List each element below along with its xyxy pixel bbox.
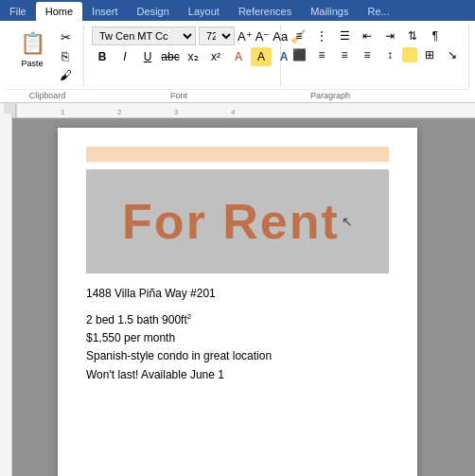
italic-button[interactable]: I <box>114 47 135 66</box>
justify-button[interactable]: ≡ <box>357 45 378 64</box>
line-spacing-button[interactable]: ↕ <box>379 45 400 64</box>
shading-button[interactable] <box>402 47 417 62</box>
info-line-3: Spanish-style condo in great location <box>86 347 389 365</box>
tab-mailings[interactable]: Mailings <box>301 2 358 21</box>
svg-text:4: 4 <box>231 108 236 116</box>
tab-design[interactable]: Design <box>128 2 179 21</box>
sort-button[interactable]: ⇅ <box>402 26 423 45</box>
decrease-indent-button[interactable]: ⇤ <box>357 26 378 45</box>
svg-text:3: 3 <box>174 108 179 116</box>
ruler: 1 2 3 4 <box>0 103 475 118</box>
address-line: 1488 Villa Piña Way #201 <box>86 287 389 300</box>
decrease-font-button[interactable]: A⁻ <box>255 26 271 45</box>
cut-button[interactable]: ✂ <box>55 28 76 45</box>
tab-layout[interactable]: Layout <box>179 2 229 21</box>
paste-icon: 📋 <box>17 28 47 59</box>
paragraph-settings-button[interactable]: ↘ <box>442 45 463 64</box>
svg-text:1: 1 <box>61 108 65 116</box>
ruler-inner: 1 2 3 4 <box>4 103 471 117</box>
strikethrough-button[interactable]: abc <box>160 47 181 66</box>
font-color-button[interactable]: A <box>228 47 249 66</box>
paragraph-group-label: Paragraph <box>269 90 392 100</box>
paste-label: Paste <box>21 59 43 68</box>
info-line-1: 2 bed 1.5 bath 900ft2 <box>86 311 389 329</box>
highlight-bar <box>86 147 389 162</box>
font-size-select[interactable]: 72 <box>199 26 235 45</box>
borders-button[interactable]: ⊞ <box>419 45 440 64</box>
tab-bar: File Home Insert Design Layout Reference… <box>0 0 475 21</box>
for-rent-text: For Rent <box>122 193 340 250</box>
ribbon-groups: 📋 Paste ✂ ⎘ 🖌 Tw Cen MT Cc 72 A⁺ A⁻ Aa <box>6 25 469 87</box>
multilevel-list-button[interactable]: ☰ <box>334 26 355 45</box>
increase-indent-button[interactable]: ⇥ <box>379 26 400 45</box>
info-line-4: Won't last! Available June 1 <box>86 366 389 384</box>
copy-button[interactable]: ⎘ <box>55 47 76 64</box>
subscript-button[interactable]: x₂ <box>183 47 203 66</box>
font-name-select[interactable]: Tw Cen MT Cc <box>92 26 196 45</box>
tab-file[interactable]: File <box>0 2 36 21</box>
text-cursor: ↖ <box>342 214 353 229</box>
tab-insert[interactable]: Insert <box>82 2 128 21</box>
paste-button[interactable]: 📋 Paste <box>11 26 53 85</box>
paragraph-group: ≡ ⋮ ☰ ⇤ ⇥ ⇅ ¶ ⬛ ≡ ≡ ≡ ↕ ⊞ ↘ <box>283 25 469 87</box>
clipboard-group: 📋 Paste ✂ ⎘ 🖌 <box>6 25 84 87</box>
page[interactable]: For Rent ↖ 1488 Villa Piña Way #201 2 be… <box>58 128 417 476</box>
tab-home[interactable]: Home <box>36 2 82 21</box>
tab-references[interactable]: References <box>229 2 301 21</box>
superscript-button[interactable]: x² <box>205 47 226 66</box>
format-row: B I U abc x₂ x² A A A <box>92 47 274 66</box>
ribbon: 📋 Paste ✂ ⎘ 🖌 Tw Cen MT Cc 72 A⁺ A⁻ Aa <box>0 21 475 103</box>
para-row-1: ≡ ⋮ ☰ ⇤ ⇥ ⇅ ¶ <box>289 26 463 45</box>
ribbon-labels: Clipboard Font Paragraph <box>6 89 469 100</box>
ribbon-container: File Home Insert Design Layout Reference… <box>0 0 475 21</box>
document-area: For Rent ↖ 1488 Villa Piña Way #201 2 be… <box>0 118 475 476</box>
left-margin <box>0 118 12 476</box>
align-center-button[interactable]: ≡ <box>311 45 332 64</box>
numbering-button[interactable]: ⋮ <box>311 26 332 45</box>
align-right-button[interactable]: ≡ <box>334 45 355 64</box>
tab-review[interactable]: Re... <box>359 2 399 21</box>
for-rent-box: For Rent ↖ <box>86 169 389 273</box>
increase-font-button[interactable]: A⁺ <box>238 26 253 45</box>
show-formatting-button[interactable]: ¶ <box>425 26 446 45</box>
clipboard-small-buttons: ✂ ⎘ 🖌 <box>53 26 78 85</box>
info-line-2: $1,550 per month <box>86 329 389 347</box>
font-name-row: Tw Cen MT Cc 72 A⁺ A⁻ Aa 🧹 <box>92 26 274 45</box>
clipboard-label: Clipboard <box>6 90 89 100</box>
para-row-2: ⬛ ≡ ≡ ≡ ↕ ⊞ ↘ <box>289 45 463 64</box>
format-painter-button[interactable]: 🖌 <box>55 66 76 83</box>
font-group-label: Font <box>89 90 269 100</box>
svg-text:2: 2 <box>117 108 122 116</box>
font-group: Tw Cen MT Cc 72 A⁺ A⁻ Aa 🧹 B I U abc x₂ … <box>86 25 281 87</box>
highlight-button[interactable]: A <box>251 47 272 66</box>
align-left-button[interactable]: ⬛ <box>289 45 309 64</box>
underline-button[interactable]: U <box>137 47 158 66</box>
bullets-button[interactable]: ≡ <box>289 26 309 45</box>
bold-button[interactable]: B <box>92 47 113 66</box>
